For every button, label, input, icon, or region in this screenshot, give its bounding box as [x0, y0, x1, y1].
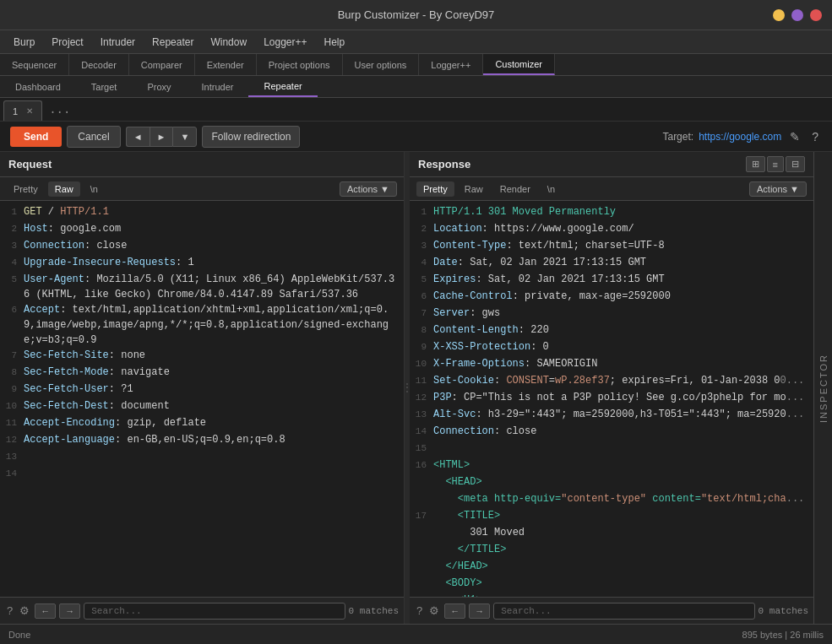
- view-toggle-split-button[interactable]: ⊞: [746, 156, 765, 172]
- line-number: 14: [410, 424, 433, 441]
- subtab-proxy[interactable]: Proxy: [132, 76, 186, 97]
- subtab-repeater[interactable]: Repeater: [248, 76, 317, 97]
- response-tab-pretty[interactable]: Pretty: [416, 181, 454, 197]
- response-code-area[interactable]: 1HTTP/1.1 301 Moved Permanently2Location…: [410, 201, 813, 597]
- response-tab-raw[interactable]: Raw: [458, 181, 490, 197]
- tab-extender[interactable]: Extender: [195, 54, 257, 75]
- subtab-dashboard[interactable]: Dashboard: [0, 76, 76, 97]
- response-actions-button[interactable]: Actions ▼: [749, 181, 807, 197]
- response-code-line: 7Server: gws: [410, 306, 813, 322]
- request-code-line: 5User-Agent: Mozilla/5.0 (X11; Linux x86…: [0, 272, 404, 302]
- menu-intruder[interactable]: Intruder: [94, 34, 142, 51]
- line-number: 15: [410, 441, 433, 457]
- request-tab-raw[interactable]: Raw: [48, 181, 80, 197]
- line-number: 9: [410, 339, 433, 356]
- view-toggle-list-button[interactable]: ≡: [767, 156, 784, 172]
- minimize-button[interactable]: [773, 9, 785, 21]
- tab-sequencer[interactable]: Sequencer: [0, 54, 69, 75]
- nav-split-button[interactable]: ▼: [172, 127, 197, 147]
- line-content: Expires: Sat, 02 Jan 2021 17:13:15 GMT: [433, 272, 813, 289]
- menu-repeater[interactable]: Repeater: [145, 34, 200, 51]
- tab-project-options[interactable]: Project options: [257, 54, 343, 75]
- line-number: 17: [410, 508, 433, 525]
- response-code-line: <HEAD>: [410, 474, 813, 491]
- menu-burp[interactable]: Burp: [7, 34, 41, 51]
- request-search-settings-button[interactable]: ⚙: [18, 603, 31, 619]
- response-tab-newline[interactable]: \n: [541, 181, 562, 197]
- tab-user-options[interactable]: User options: [343, 54, 420, 75]
- line-number: 11: [410, 373, 433, 390]
- inspector-panel: INSPECTOR: [813, 152, 832, 624]
- maximize-button[interactable]: [791, 9, 803, 21]
- request-code-line: 13: [0, 449, 404, 466]
- request-code-area[interactable]: 1GET / HTTP/1.12Host: google.com3Connect…: [0, 201, 404, 597]
- line-number: 12: [0, 432, 24, 449]
- menu-help[interactable]: Help: [318, 34, 352, 51]
- response-code-line: 16<HTML>: [410, 457, 813, 474]
- close-button[interactable]: [810, 9, 822, 21]
- cancel-button[interactable]: Cancel: [67, 126, 120, 148]
- toolbar: Send Cancel ◄ ► ▼ Follow redirection Tar…: [0, 122, 832, 152]
- response-search-next-button[interactable]: →: [469, 603, 490, 619]
- line-content: Sec-Fetch-Site: none: [24, 348, 404, 365]
- line-content: User-Agent: Mozilla/5.0 (X11; Linux x86_…: [24, 272, 404, 302]
- line-number: 3: [0, 238, 24, 255]
- tab-customizer[interactable]: Customizer: [483, 54, 555, 75]
- menu-window[interactable]: Window: [204, 34, 253, 51]
- new-tab-button[interactable]: ...: [42, 98, 77, 121]
- tab-close-icon[interactable]: ✕: [26, 106, 33, 116]
- request-tab-pretty[interactable]: Pretty: [7, 181, 45, 197]
- status-left: Done: [8, 630, 30, 640]
- target-label: Target: https://google.com ✎ ?: [662, 128, 822, 145]
- request-tabs-row: Pretty Raw \n Actions ▼: [0, 177, 404, 201]
- response-search-settings-button[interactable]: ⚙: [427, 603, 441, 619]
- subtab-intruder[interactable]: Intruder: [187, 76, 249, 97]
- line-number: 6: [410, 289, 433, 306]
- request-search-input[interactable]: [84, 603, 345, 620]
- request-code-line: 10Sec-Fetch-Dest: document: [0, 398, 404, 415]
- request-search-prev-button[interactable]: ←: [35, 603, 56, 619]
- line-number: 5: [410, 272, 433, 289]
- edit-target-button[interactable]: ✎: [786, 128, 803, 145]
- menu-project[interactable]: Project: [45, 34, 90, 51]
- line-number: 7: [0, 348, 24, 365]
- request-tab-newline[interactable]: \n: [84, 181, 105, 197]
- line-number: 13: [410, 407, 433, 424]
- line-number: 14: [0, 466, 24, 483]
- tab-decoder[interactable]: Decoder: [69, 54, 129, 75]
- tab-comparer[interactable]: Comparer: [129, 54, 195, 75]
- request-code-line: 11Accept-Encoding: gzip, deflate: [0, 415, 404, 432]
- app-title: Burp Customizer - By CoreyD97: [338, 8, 495, 21]
- numbered-tab-1[interactable]: 1 ✕: [3, 100, 42, 121]
- tab-logger[interactable]: Logger++: [419, 54, 483, 75]
- response-search-input[interactable]: [493, 603, 754, 620]
- nav-fwd-button[interactable]: ►: [150, 127, 173, 147]
- response-search-prev-button[interactable]: ←: [444, 603, 465, 619]
- request-actions-button[interactable]: Actions ▼: [340, 181, 397, 197]
- response-search-help-button[interactable]: ?: [415, 603, 424, 619]
- help-button[interactable]: ?: [808, 128, 822, 145]
- view-toggle-compact-button[interactable]: ⊟: [786, 156, 805, 172]
- status-bar: Done 895 bytes | 26 millis: [0, 624, 832, 644]
- response-code-line: 2Location: https://www.google.com/: [410, 221, 813, 238]
- line-number: 12: [410, 390, 433, 407]
- window-controls: [773, 9, 822, 21]
- line-content: Connection: close: [24, 238, 404, 255]
- response-code-line: <BODY>: [410, 576, 813, 593]
- response-tab-render[interactable]: Render: [493, 181, 537, 197]
- send-button[interactable]: Send: [10, 127, 62, 147]
- request-search-help-button[interactable]: ?: [5, 603, 14, 619]
- line-number: 16: [410, 457, 433, 474]
- follow-redirection-button[interactable]: Follow redirection: [202, 126, 300, 148]
- response-code-line: 9X-XSS-Protection: 0: [410, 339, 813, 356]
- line-content: Sec-Fetch-User: ?1: [24, 382, 404, 398]
- line-number: [410, 576, 433, 593]
- subtab-target[interactable]: Target: [76, 76, 133, 97]
- request-code-line: 14: [0, 466, 404, 483]
- line-content: X-XSS-Protection: 0: [433, 339, 813, 356]
- menu-logger[interactable]: Logger++: [257, 34, 313, 51]
- line-content: Date: Sat, 02 Jan 2021 17:13:15 GMT: [433, 255, 813, 272]
- status-right: 895 bytes | 26 millis: [742, 630, 824, 640]
- request-search-next-button[interactable]: →: [59, 603, 80, 619]
- nav-back-button[interactable]: ◄: [126, 127, 150, 147]
